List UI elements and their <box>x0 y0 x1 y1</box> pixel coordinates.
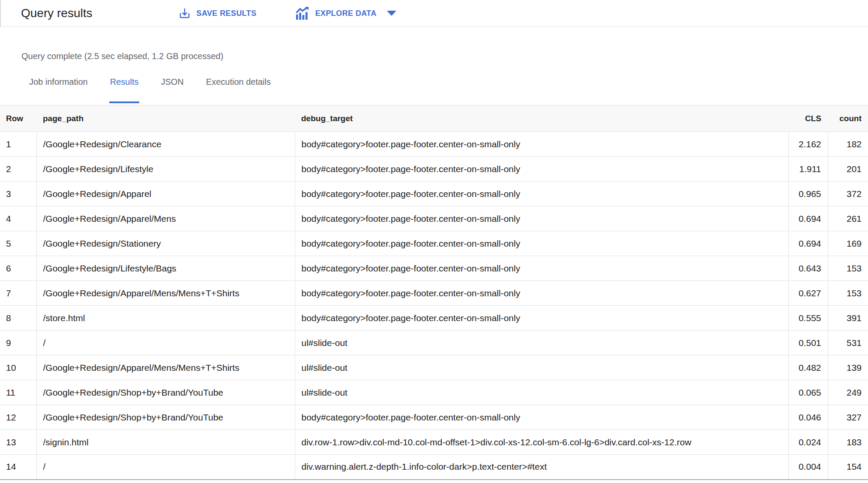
count-cell: 327 <box>828 405 868 430</box>
tab-results[interactable]: Results <box>110 76 139 103</box>
cls-cell: 0.004 <box>788 455 828 480</box>
table-row: 9/ul#slide-out0.501531 <box>0 331 868 355</box>
cls-cell: 0.501 <box>788 331 828 355</box>
row-number-cell: 8 <box>0 306 36 331</box>
row-number-cell: 9 <box>0 331 36 355</box>
table-row: 13/signin.htmldiv.row-1.row>div.col-md-1… <box>0 430 868 455</box>
table-row: 7/Google+Redesign/Apparel/Mens/Mens+T+Sh… <box>0 281 868 306</box>
page-path-cell: /Google+Redesign/Apparel <box>36 182 295 206</box>
page-path-cell: /Google+Redesign/Lifestyle <box>36 157 295 182</box>
page-path-cell: /Google+Redesign/Stationery <box>36 231 295 256</box>
row-number-cell: 13 <box>0 430 36 455</box>
page-path-cell: /signin.html <box>36 430 295 455</box>
debug-target-cell: body#category>footer.page-footer.center-… <box>295 157 788 182</box>
count-cell: 391 <box>828 306 868 331</box>
debug-target-cell: body#category>footer.page-footer.center-… <box>295 256 788 281</box>
row-number-cell: 1 <box>0 132 36 157</box>
explore-data-button[interactable]: EXPLORE DATA <box>295 7 396 20</box>
count-cell: 139 <box>828 355 868 380</box>
table-header: Row page_path debug_target CLS count <box>0 105 868 132</box>
tab-json[interactable]: JSON <box>161 76 183 103</box>
row-number-cell: 7 <box>0 281 36 306</box>
download-icon <box>178 7 191 20</box>
page-path-cell: /Google+Redesign/Lifestyle/Bags <box>36 256 295 281</box>
cls-cell: 0.024 <box>788 430 828 455</box>
debug-target-cell: body#category>footer.page-footer.center-… <box>295 405 788 430</box>
row-number-cell: 10 <box>0 355 36 380</box>
count-cell: 372 <box>828 182 868 206</box>
count-cell: 153 <box>828 256 868 281</box>
column-header-page-path: page_path <box>36 105 295 132</box>
debug-target-cell: ul#slide-out <box>295 331 788 355</box>
count-cell: 183 <box>828 430 868 455</box>
cls-cell: 1.911 <box>788 157 828 182</box>
count-cell: 169 <box>828 231 868 256</box>
cls-cell: 0.065 <box>788 380 828 405</box>
column-header-count: count <box>828 105 868 132</box>
debug-target-cell: body#category>footer.page-footer.center-… <box>295 306 788 331</box>
table-row: 5/Google+Redesign/Stationerybody#categor… <box>0 231 868 256</box>
debug-target-cell: body#category>footer.page-footer.center-… <box>295 206 788 231</box>
tab-job-information[interactable]: Job information <box>29 76 88 103</box>
count-cell: 154 <box>828 455 868 480</box>
page-path-cell: /store.html <box>36 306 295 331</box>
page-path-cell: /Google+Redesign/Apparel/Mens <box>36 206 295 231</box>
debug-target-cell: ul#slide-out <box>295 380 788 405</box>
debug-target-cell: body#category>footer.page-footer.center-… <box>295 231 788 256</box>
count-cell: 531 <box>828 331 868 355</box>
table-row: 8/store.htmlbody#category>footer.page-fo… <box>0 306 868 331</box>
count-cell: 201 <box>828 157 868 182</box>
table-row: 2/Google+Redesign/Lifestylebody#category… <box>0 157 868 182</box>
count-cell: 261 <box>828 206 868 231</box>
table-row: 1/Google+Redesign/Clearancebody#category… <box>0 132 868 157</box>
row-number-cell: 14 <box>0 455 36 480</box>
page-path-cell: /Google+Redesign/Apparel/Mens/Mens+T+Shi… <box>36 355 295 380</box>
count-cell: 249 <box>828 380 868 405</box>
row-number-cell: 6 <box>0 256 36 281</box>
debug-target-cell: body#category>footer.page-footer.center-… <box>295 281 788 306</box>
cls-cell: 0.694 <box>788 231 828 256</box>
row-number-cell: 2 <box>0 157 36 182</box>
cls-cell: 0.482 <box>788 355 828 380</box>
count-cell: 153 <box>828 281 868 306</box>
cls-cell: 0.627 <box>788 281 828 306</box>
count-cell: 182 <box>828 132 868 157</box>
table-row: 14/div.warning.alert.z-depth-1.info-colo… <box>0 455 868 480</box>
debug-target-cell: body#category>footer.page-footer.center-… <box>295 182 788 206</box>
column-header-cls: CLS <box>788 105 828 132</box>
row-number-cell: 4 <box>0 206 36 231</box>
page-title: Query results <box>21 6 93 20</box>
page-path-cell: / <box>36 331 295 355</box>
cls-cell: 2.162 <box>788 132 828 157</box>
debug-target-cell: div.row-1.row>div.col-md-10.col-md-offse… <box>295 430 788 455</box>
table-row: 10/Google+Redesign/Apparel/Mens/Mens+T+S… <box>0 355 868 380</box>
cls-cell: 0.046 <box>788 405 828 430</box>
table-row: 6/Google+Redesign/Lifestyle/Bagsbody#cat… <box>0 256 868 281</box>
results-tab-bar: Job information Results JSON Execution d… <box>29 76 868 103</box>
explore-data-label: EXPLORE DATA <box>315 9 377 18</box>
chart-insights-icon <box>295 7 310 20</box>
cls-cell: 0.555 <box>788 306 828 331</box>
dropdown-caret-icon <box>387 11 396 16</box>
debug-target-cell: ul#slide-out <box>295 355 788 380</box>
table-row: 3/Google+Redesign/Apparelbody#category>f… <box>0 182 868 206</box>
page-path-cell: / <box>36 455 295 480</box>
query-results-toolbar: Query results SAVE RESULTS EXPLORE DATA <box>0 0 868 27</box>
page-path-cell: /Google+Redesign/Apparel/Mens/Mens+T+Shi… <box>36 281 295 306</box>
cls-cell: 0.694 <box>788 206 828 231</box>
query-results-table: Row page_path debug_target CLS count 1/G… <box>0 105 868 480</box>
cls-cell: 0.965 <box>788 182 828 206</box>
row-number-cell: 5 <box>0 231 36 256</box>
table-row: 11/Google+Redesign/Shop+by+Brand/YouTube… <box>0 380 868 405</box>
table-row: 12/Google+Redesign/Shop+by+Brand/YouTube… <box>0 405 868 430</box>
page-path-cell: /Google+Redesign/Shop+by+Brand/YouTube <box>36 405 295 430</box>
column-header-row: Row <box>0 105 36 132</box>
debug-target-cell: div.warning.alert.z-depth-1.info-color-d… <box>295 455 788 480</box>
save-results-button[interactable]: SAVE RESULTS <box>178 7 257 20</box>
tab-execution-details[interactable]: Execution details <box>206 76 271 103</box>
results-table-body: 1/Google+Redesign/Clearancebody#category… <box>0 132 868 480</box>
row-number-cell: 12 <box>0 405 36 430</box>
cls-cell: 0.643 <box>788 256 828 281</box>
page-path-cell: /Google+Redesign/Clearance <box>36 132 295 157</box>
column-header-debug-target: debug_target <box>295 105 788 132</box>
